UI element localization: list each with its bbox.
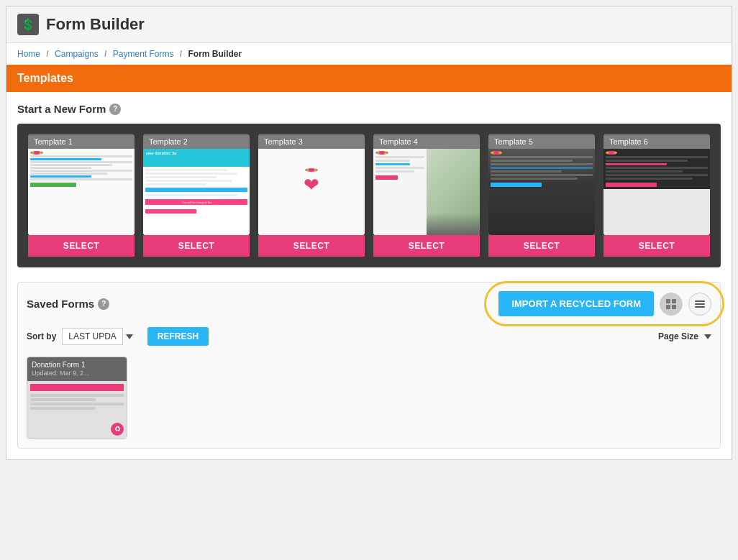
template-1-label: Template 1 xyxy=(28,134,135,149)
page-size-arrow-icon[interactable] xyxy=(704,334,711,339)
template-2-preview: your donation: $o You will be charged: $… xyxy=(143,149,250,235)
template-5-select[interactable]: SELECT xyxy=(488,235,595,257)
template-card-2[interactable]: Template 2 your donation: $o xyxy=(143,134,250,257)
template-card-4[interactable]: Template 4 xyxy=(373,134,480,257)
form-card-1-preview: ♻ xyxy=(27,381,127,439)
saved-forms-help-icon[interactable]: ? xyxy=(98,298,109,310)
new-form-section-title: Start a New Form ? xyxy=(17,103,721,115)
template-4-preview xyxy=(373,149,480,235)
sort-arrow-icon[interactable] xyxy=(126,334,133,339)
template-1-preview xyxy=(28,149,135,235)
sort-group: Sort by LAST UPDA xyxy=(27,328,133,345)
template-card-3[interactable]: Template 3 ❤ xyxy=(258,134,365,257)
saved-forms-section: Saved Forms ? IMPORT A RECYCLED FORM xyxy=(17,282,721,449)
template-4-select[interactable]: SELECT xyxy=(373,235,480,257)
breadcrumb-payment-forms[interactable]: Payment Forms xyxy=(113,49,174,59)
template-1-select[interactable]: SELECT xyxy=(28,235,135,257)
sort-select-display[interactable]: LAST UPDA xyxy=(62,328,122,345)
svg-rect-5 xyxy=(695,303,705,305)
page-header: 💲 Form Builder xyxy=(6,6,732,43)
templates-header: Templates xyxy=(6,65,732,92)
templates-grid-container: Template 1 xyxy=(17,124,721,267)
form-cards-container: Donation Form 1 Updated: Mar 9, 2... ♻ xyxy=(27,357,711,439)
page-title: Form Builder xyxy=(46,15,145,34)
template-4-label: Template 4 xyxy=(373,134,480,149)
saved-forms-title: Saved Forms ? xyxy=(27,298,109,310)
template-6-label: Template 6 xyxy=(603,134,710,149)
svg-rect-1 xyxy=(672,299,676,303)
import-recycled-form-button[interactable]: IMPORT A RECYCLED FORM xyxy=(498,291,654,316)
app-icon: 💲 xyxy=(17,14,39,35)
new-form-help-icon[interactable]: ? xyxy=(109,104,121,115)
template-6-preview xyxy=(603,149,710,235)
svg-rect-4 xyxy=(695,300,705,302)
template-5-label: Template 5 xyxy=(488,134,595,149)
svg-rect-0 xyxy=(666,299,670,303)
template-2-select[interactable]: SELECT xyxy=(143,235,250,257)
saved-forms-actions: IMPORT A RECYCLED FORM xyxy=(498,291,711,316)
breadcrumb-current: Form Builder xyxy=(188,49,242,59)
templates-grid: Template 1 xyxy=(28,134,710,257)
page-size-label: Page Size xyxy=(658,331,698,341)
recycle-icon: ♻ xyxy=(111,423,124,436)
t1-logo xyxy=(30,151,43,155)
form-card-1-title: Donation Form 1 Updated: Mar 9, 2... xyxy=(27,357,127,381)
template-5-preview xyxy=(488,149,595,235)
saved-forms-header: Saved Forms ? IMPORT A RECYCLED FORM xyxy=(27,291,711,316)
template-3-preview: ❤ xyxy=(258,149,365,235)
template-2-label: Template 2 xyxy=(143,134,250,149)
template-card-5[interactable]: Template 5 xyxy=(488,134,595,257)
svg-rect-3 xyxy=(672,305,676,309)
sort-select-wrapper[interactable]: LAST UPDA xyxy=(62,328,132,345)
toolbar-row: Sort by LAST UPDA REFRESH Page Size xyxy=(27,327,711,346)
template-card-1[interactable]: Template 1 xyxy=(28,134,135,257)
form-card-1[interactable]: Donation Form 1 Updated: Mar 9, 2... ♻ xyxy=(27,357,127,439)
svg-rect-2 xyxy=(666,305,670,309)
page-size-group: Page Size xyxy=(658,331,711,341)
refresh-button[interactable]: REFRESH xyxy=(147,327,209,346)
breadcrumb-campaigns[interactable]: Campaigns xyxy=(55,49,99,59)
template-3-label: Template 3 xyxy=(258,134,365,149)
svg-rect-6 xyxy=(695,306,705,308)
sort-label: Sort by xyxy=(27,331,56,341)
breadcrumb: Home / Campaigns / Payment Forms / Form … xyxy=(6,43,732,65)
grid-view-button[interactable] xyxy=(660,293,683,316)
template-3-select[interactable]: SELECT xyxy=(258,235,365,257)
template-card-6[interactable]: Template 6 xyxy=(603,134,710,257)
list-view-button[interactable] xyxy=(688,293,711,316)
breadcrumb-home[interactable]: Home xyxy=(17,49,40,59)
template-6-select[interactable]: SELECT xyxy=(603,235,710,257)
